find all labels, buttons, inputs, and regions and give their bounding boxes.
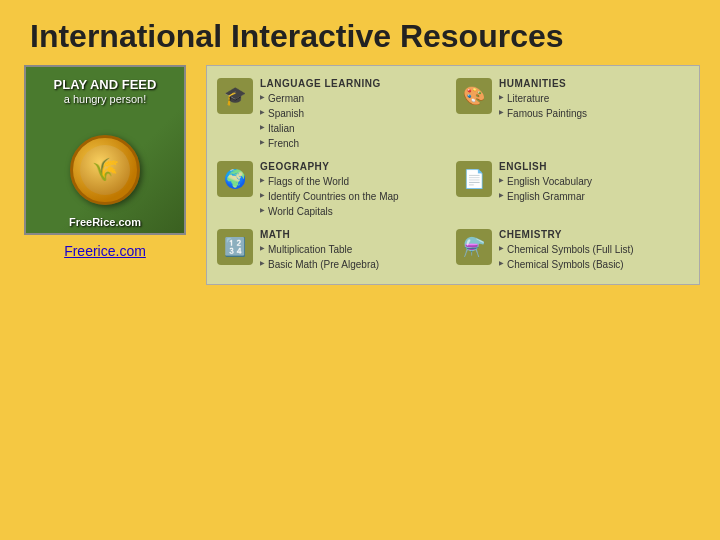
left-panel: PLAY AND FEED a hungry person! 🌾 FreeRic… bbox=[20, 65, 190, 285]
category-content-humanities: HUMANITIESLiteratureFamous Paintings bbox=[499, 78, 689, 121]
category-icon-geography: 🌍 bbox=[217, 161, 253, 197]
category-block-geography: 🌍GEOGRAPHYFlags of the WorldIdentify Cou… bbox=[217, 161, 450, 219]
category-icon-english: 📄 bbox=[456, 161, 492, 197]
category-content-math: MATHMultiplication TableBasic Math (Pre … bbox=[260, 229, 450, 272]
freerice-coin-inner: 🌾 bbox=[80, 145, 130, 195]
category-item[interactable]: World Capitals bbox=[260, 204, 450, 219]
freerice-banner: PLAY AND FEED a hungry person! 🌾 FreeRic… bbox=[24, 65, 186, 235]
category-item[interactable]: Chemical Symbols (Full List) bbox=[499, 242, 689, 257]
category-item[interactable]: Identify Countries on the Map bbox=[260, 189, 450, 204]
category-item[interactable]: German bbox=[260, 91, 450, 106]
category-icon-language-learning: 🎓 bbox=[217, 78, 253, 114]
category-title-math: MATH bbox=[260, 229, 450, 240]
category-block-english: 📄ENGLISHEnglish VocabularyEnglish Gramma… bbox=[456, 161, 689, 219]
category-item[interactable]: Chemical Symbols (Basic) bbox=[499, 257, 689, 272]
category-block-math: 🔢MATHMultiplication TableBasic Math (Pre… bbox=[217, 229, 450, 272]
freerice-hungry-text: a hungry person! bbox=[34, 93, 176, 105]
category-title-language-learning: LANGUAGE LEARNING bbox=[260, 78, 450, 89]
category-item[interactable]: Literature bbox=[499, 91, 689, 106]
category-content-geography: GEOGRAPHYFlags of the WorldIdentify Coun… bbox=[260, 161, 450, 219]
category-content-chemistry: CHEMISTRYChemical Symbols (Full List)Che… bbox=[499, 229, 689, 272]
freerice-coin: 🌾 bbox=[70, 135, 140, 205]
category-item[interactable]: Famous Paintings bbox=[499, 106, 689, 121]
category-title-humanities: HUMANITIES bbox=[499, 78, 689, 89]
freerice-link[interactable]: Freerice.com bbox=[64, 243, 146, 259]
freerice-play-text: PLAY AND FEED bbox=[34, 77, 176, 93]
category-item[interactable]: Multiplication Table bbox=[260, 242, 450, 257]
category-item[interactable]: Italian bbox=[260, 121, 450, 136]
category-block-language-learning: 🎓LANGUAGE LEARNINGGermanSpanishItalianFr… bbox=[217, 78, 450, 151]
category-title-chemistry: CHEMISTRY bbox=[499, 229, 689, 240]
category-content-english: ENGLISHEnglish VocabularyEnglish Grammar bbox=[499, 161, 689, 204]
category-item[interactable]: French bbox=[260, 136, 450, 151]
category-item[interactable]: English Grammar bbox=[499, 189, 689, 204]
category-icon-math: 🔢 bbox=[217, 229, 253, 265]
category-item[interactable]: Spanish bbox=[260, 106, 450, 121]
category-icon-humanities: 🎨 bbox=[456, 78, 492, 114]
category-item[interactable]: Flags of the World bbox=[260, 174, 450, 189]
category-item[interactable]: English Vocabulary bbox=[499, 174, 689, 189]
freerice-url: FreeRice.com bbox=[26, 216, 184, 228]
category-block-humanities: 🎨HUMANITIESLiteratureFamous Paintings bbox=[456, 78, 689, 151]
category-icon-chemistry: ⚗️ bbox=[456, 229, 492, 265]
page-title: International Interactive Resources bbox=[0, 0, 720, 65]
category-block-chemistry: ⚗️CHEMISTRYChemical Symbols (Full List)C… bbox=[456, 229, 689, 272]
category-item[interactable]: Basic Math (Pre Algebra) bbox=[260, 257, 450, 272]
category-content-language-learning: LANGUAGE LEARNINGGermanSpanishItalianFre… bbox=[260, 78, 450, 151]
category-title-geography: GEOGRAPHY bbox=[260, 161, 450, 172]
category-title-english: ENGLISH bbox=[499, 161, 689, 172]
resources-grid: 🎓LANGUAGE LEARNINGGermanSpanishItalianFr… bbox=[206, 65, 700, 285]
